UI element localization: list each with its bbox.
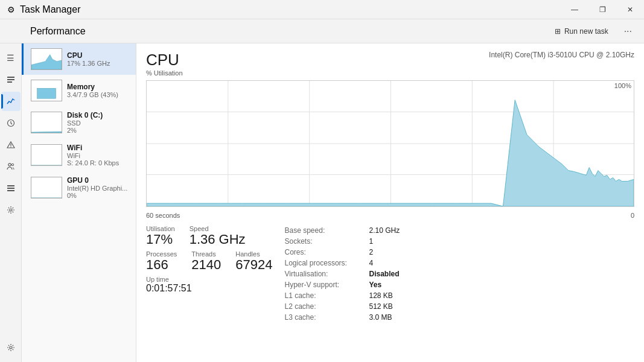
svg-rect-9 — [7, 185, 14, 186]
toolbar-right: ⊞ Run new task ··· — [549, 24, 637, 39]
chart-max-label: 100% — [614, 82, 631, 89]
svg-rect-11 — [7, 190, 14, 191]
toolbar: Performance ⊞ Run new task ··· — [0, 19, 644, 43]
svg-rect-10 — [7, 188, 14, 189]
perf-item-cpu[interactable]: CPU 17% 1.36 GHz — [22, 43, 136, 75]
uptime-value: 0:01:57:51 — [146, 283, 273, 294]
sidebar-item-details[interactable] — [1, 179, 21, 198]
memory-name: Memory — [67, 83, 129, 91]
gpu-sub1: Intel(R) HD Graphi... — [67, 185, 129, 192]
l1-value: 128 KB — [369, 290, 635, 301]
left-panel: CPU 17% 1.36 GHz Memory 3.4/7.9 GB (43%) — [22, 43, 136, 362]
gpu-sub2: 0% — [67, 192, 129, 199]
wifi-sub2: S: 24.0 R: 0 Kbps — [67, 159, 129, 167]
sidebar-item-processes[interactable] — [1, 70, 21, 89]
perf-item-memory[interactable]: Memory 3.4/7.9 GB (43%) — [22, 75, 136, 106]
titlebar: ⚙ Task Manager — ❐ ✕ — [0, 0, 644, 19]
main-content: CPU % Utilisation Intel(R) Core(TM) i3-5… — [136, 43, 644, 362]
proc-thread-handle-row: Processes 166 Threads 2140 Handles 67924 — [146, 250, 273, 272]
sidebar-item-users[interactable] — [1, 157, 21, 176]
cpu-info-table: Base speed: 2.10 GHz Sockets: 1 Cores: 2… — [285, 225, 635, 323]
l1-label: L1 cache: — [285, 290, 369, 301]
chart-time-label: 60 seconds — [146, 212, 180, 219]
memory-sub: 3.4/7.9 GB (43%) — [67, 91, 129, 98]
info-row-basespeed: Base speed: 2.10 GHz — [285, 225, 635, 236]
svg-point-6 — [10, 147, 11, 147]
cores-label: Cores: — [285, 247, 369, 258]
info-row-logical: Logical processors: 4 — [285, 258, 635, 268]
disk-name: Disk 0 (C:) — [67, 111, 129, 119]
cpu-header: CPU % Utilisation Intel(R) Core(TM) i3-5… — [146, 51, 634, 79]
sidebar-item-hamburger[interactable]: ☰ — [1, 48, 21, 68]
run-task-label: Run new task — [564, 27, 608, 36]
gpu-name: GPU 0 — [67, 176, 129, 185]
disk-sub2: 2% — [67, 127, 129, 134]
memory-info: Memory 3.4/7.9 GB (43%) — [67, 83, 129, 98]
cpu-chart: 100% — [146, 80, 634, 207]
perf-item-disk[interactable]: Disk 0 (C:) SSD 2% — [22, 106, 136, 139]
disk-mini-graph — [31, 112, 62, 133]
utilisation-stat: Utilisation 17% — [146, 225, 175, 247]
utilisation-value: 17% — [146, 232, 175, 247]
app-icon: ⚙ — [7, 5, 15, 14]
threads-stat: Threads 2140 — [191, 250, 221, 272]
svg-rect-2 — [7, 81, 12, 83]
svg-rect-15 — [37, 88, 56, 98]
app-title: Task Manager — [20, 4, 81, 15]
perf-item-wifi[interactable]: WiFi WiFi S: 24.0 R: 0 Kbps — [22, 139, 136, 171]
sidebar-item-startup[interactable] — [1, 135, 21, 154]
stats-right: Base speed: 2.10 GHz Sockets: 1 Cores: 2… — [273, 225, 635, 323]
sidebar-item-services[interactable] — [1, 200, 21, 220]
cpu-name: CPU — [67, 51, 129, 60]
processes-value: 166 — [146, 258, 177, 272]
l3-value: 3.0 MB — [369, 312, 635, 323]
sockets-label: Sockets: — [285, 236, 369, 247]
sidebar-item-settings[interactable] — [1, 338, 21, 357]
cpu-chart-svg — [147, 81, 634, 206]
logical-value: 4 — [369, 258, 635, 268]
cpu-model: Intel(R) Core(TM) i3-5010U CPU @ 2.10GHz — [489, 51, 634, 59]
sidebar-item-performance[interactable] — [1, 92, 21, 111]
processes-stat: Processes 166 — [146, 250, 177, 272]
uptime-label: Up time — [146, 276, 273, 283]
minimize-button[interactable]: — — [561, 0, 588, 19]
run-task-icon: ⊞ — [555, 27, 561, 36]
close-button[interactable]: ✕ — [616, 0, 644, 19]
info-row-hyper: Hyper-V support: Yes — [285, 279, 635, 290]
threads-value: 2140 — [191, 258, 221, 272]
wifi-sub1: WiFi — [67, 152, 129, 159]
info-row-cores: Cores: 2 — [285, 247, 635, 258]
maximize-button[interactable]: ❐ — [588, 0, 616, 19]
sockets-value: 1 — [369, 236, 635, 247]
more-options-button[interactable]: ··· — [619, 24, 637, 39]
utilization-label: % Utilisation — [146, 69, 183, 77]
wifi-mini-graph — [31, 144, 62, 166]
logical-label: Logical processors: — [285, 258, 369, 268]
handles-stat: Handles 67924 — [235, 250, 272, 272]
run-task-button[interactable]: ⊞ Run new task — [549, 25, 614, 38]
stats-area: Utilisation 17% Speed 1.36 GHz Processes… — [146, 225, 634, 323]
toolbar-title: Performance — [30, 26, 86, 37]
icon-sidebar: ☰ — [0, 43, 22, 362]
info-row-virtualisation: Virtualisation: Disabled — [285, 268, 635, 279]
cpu-title: CPU % Utilisation — [146, 51, 183, 79]
cpu-chart-polygon — [147, 100, 634, 206]
virtualisation-value: Disabled — [369, 268, 635, 279]
cpu-info: CPU 17% 1.36 GHz — [67, 51, 129, 67]
cpu-mini-graph — [31, 48, 62, 70]
base-speed-value: 2.10 GHz — [369, 225, 635, 236]
hyper-value: Yes — [369, 279, 635, 290]
chart-time-right: 0 — [631, 212, 634, 219]
info-row-l1: L1 cache: 128 KB — [285, 290, 635, 301]
speed-stat: Speed 1.36 GHz — [190, 225, 246, 247]
gpu-info: GPU 0 Intel(R) HD Graphi... 0% — [67, 176, 129, 199]
info-row-l3: L3 cache: 3.0 MB — [285, 312, 635, 323]
perf-item-gpu[interactable]: GPU 0 Intel(R) HD Graphi... 0% — [22, 171, 136, 204]
sidebar-item-history[interactable] — [1, 113, 21, 133]
cpu-main-title: CPU — [146, 51, 183, 69]
l2-label: L2 cache: — [285, 301, 369, 312]
info-row-l2: L2 cache: 512 KB — [285, 301, 635, 312]
speed-value: 1.36 GHz — [190, 232, 246, 247]
svg-point-7 — [8, 164, 10, 166]
gpu-mini-graph — [31, 177, 62, 198]
